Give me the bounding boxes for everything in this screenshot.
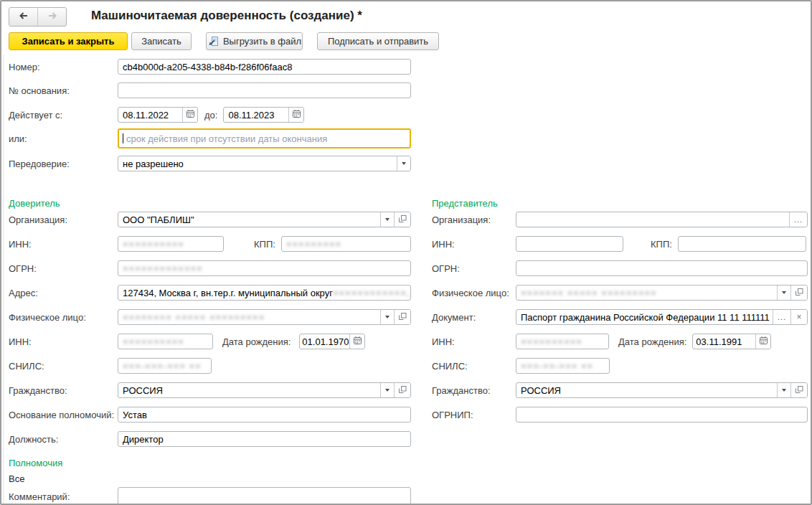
representative-document-label: Документ: bbox=[432, 312, 516, 323]
valid-to-label: до: bbox=[204, 110, 217, 121]
comment-label: Комментарий: bbox=[9, 491, 118, 502]
representative-organization-label: Организация: bbox=[432, 214, 516, 225]
principal-person-label: Физическое лицо: bbox=[9, 312, 118, 323]
principal-inn-label: ИНН: bbox=[9, 239, 118, 250]
principal-person-dropdown-button[interactable] bbox=[380, 310, 394, 324]
redelegation-select[interactable]: не разрешено bbox=[118, 156, 411, 171]
principal-citizenship-open-button[interactable] bbox=[394, 383, 410, 397]
principal-organization-dropdown-button[interactable] bbox=[380, 212, 394, 227]
chevron-down-icon bbox=[782, 389, 786, 392]
principal-citizenship-dropdown-button[interactable] bbox=[380, 383, 394, 397]
representative-person-open-button[interactable] bbox=[790, 285, 807, 300]
or-label: или: bbox=[9, 133, 118, 144]
representative-ogrnip-input[interactable] bbox=[516, 407, 808, 423]
representative-citizenship-open-button[interactable] bbox=[790, 383, 807, 397]
calendar-icon bbox=[186, 109, 195, 121]
comment-input[interactable] bbox=[118, 487, 411, 505]
principal-ogrn-input[interactable]: ××××××××××××× bbox=[118, 260, 411, 276]
principal-person-open-button[interactable] bbox=[394, 310, 410, 324]
representative-ogrn-input[interactable] bbox=[516, 260, 808, 276]
save-and-close-button[interactable]: Записать и закрыть bbox=[9, 32, 128, 50]
representative-birth-date-calendar-button[interactable] bbox=[755, 334, 770, 349]
back-button[interactable] bbox=[9, 8, 37, 26]
calendar-icon bbox=[353, 336, 362, 347]
valid-from-label: Действует с: bbox=[9, 110, 118, 121]
open-item-icon bbox=[795, 385, 803, 396]
arrow-left-icon bbox=[18, 10, 29, 24]
representative-section-title: Представитель bbox=[432, 198, 498, 209]
mchd-form-window: Машиночитаемая доверенность (создание) *… bbox=[0, 0, 812, 505]
export-to-file-label: Выгрузить в файл bbox=[223, 36, 301, 47]
page-title: Машиночитаемая доверенность (создание) * bbox=[91, 9, 362, 23]
representative-person-dropdown-button[interactable] bbox=[777, 285, 790, 300]
representative-ogrnip-label: ОГРНИП: bbox=[432, 410, 516, 420]
representative-snils-input[interactable]: ×××-××-××× ×× bbox=[516, 358, 610, 374]
principal-kpp-label: КПП: bbox=[254, 239, 275, 250]
sign-and-send-button[interactable]: Подписать и отправить bbox=[317, 32, 439, 50]
principal-organization-combobox[interactable]: ООО "ПАБЛИШ" bbox=[118, 212, 411, 227]
principal-person-combobox[interactable]: ×××××××× ××××× ××××××××× bbox=[118, 309, 411, 325]
principal-address-input[interactable]: 127434, Москва г, вн.тер.г. муниципальны… bbox=[118, 285, 411, 301]
principal-position-label: Должность: bbox=[9, 434, 118, 445]
principal-inn-input[interactable]: ×××××××××× bbox=[118, 236, 224, 252]
representative-person-combobox[interactable]: ××××××× ××××× ××××××××× bbox=[516, 285, 808, 301]
calendar-icon bbox=[759, 336, 768, 347]
principal-position-input[interactable]: Директор bbox=[118, 431, 411, 447]
open-item-icon bbox=[795, 288, 803, 298]
principal-birth-date-label: Дата рождения: bbox=[222, 336, 291, 347]
open-item-icon bbox=[398, 312, 407, 323]
chevron-down-icon bbox=[385, 218, 390, 221]
principal-person-inn-label: ИНН: bbox=[9, 336, 118, 347]
representative-citizenship-combobox[interactable]: РОССИЯ bbox=[516, 382, 808, 398]
principal-authority-basis-label: Основание полномочий: bbox=[9, 410, 118, 420]
representative-organization-input[interactable]: ... bbox=[516, 212, 808, 227]
representative-document-choose-button[interactable]: ... bbox=[773, 310, 790, 324]
chevron-down-icon bbox=[385, 316, 390, 318]
principal-citizenship-combobox[interactable]: РОССИЯ bbox=[118, 382, 411, 398]
principal-ogrn-label: ОГРН: bbox=[9, 263, 118, 274]
chevron-down-icon bbox=[402, 162, 406, 165]
number-input[interactable]: cb4b000d-a205-4338-b84b-f286f06faac8 bbox=[118, 59, 411, 75]
representative-person-inn-input[interactable]: ×××××××××× bbox=[516, 334, 609, 349]
representative-ogrn-label: ОГРН: bbox=[432, 263, 516, 274]
representative-organization-choose-button[interactable]: ... bbox=[789, 212, 807, 227]
save-button[interactable]: Записать bbox=[131, 32, 192, 50]
principal-authority-basis-input[interactable]: Устав bbox=[118, 407, 411, 423]
representative-person-inn-label: ИНН: bbox=[432, 336, 516, 347]
principal-snils-input[interactable]: ×××-×××-××× ×× bbox=[118, 358, 212, 374]
basis-number-input[interactable] bbox=[118, 82, 411, 98]
representative-inn-label: ИНН: bbox=[432, 239, 516, 250]
valid-to-input[interactable]: 08.11.2023 bbox=[223, 107, 304, 123]
representative-citizenship-label: Гражданство: bbox=[432, 385, 516, 396]
forward-button[interactable] bbox=[37, 8, 66, 26]
valid-to-calendar-button[interactable] bbox=[288, 108, 303, 122]
export-to-file-button[interactable]: Выгрузить в файл bbox=[206, 32, 303, 50]
valid-from-input[interactable]: 08.11.2022 bbox=[118, 107, 198, 123]
principal-birth-date-input[interactable]: 01.01.1970 bbox=[299, 334, 365, 349]
validity-term-input[interactable]: срок действия при отсутствии даты оконча… bbox=[118, 128, 411, 148]
representative-inn-input[interactable] bbox=[516, 236, 623, 252]
powers-value: Все bbox=[9, 473, 24, 484]
representative-kpp-label: КПП: bbox=[651, 239, 672, 250]
basis-number-label: № основания: bbox=[9, 85, 118, 96]
powers-section-title: Полномочия bbox=[9, 458, 62, 468]
export-file-icon bbox=[207, 36, 219, 47]
principal-snils-label: СНИЛС: bbox=[9, 361, 118, 372]
arrow-right-icon bbox=[47, 10, 58, 24]
representative-snils-label: СНИЛС: bbox=[432, 361, 516, 372]
number-label: Номер: bbox=[9, 62, 118, 72]
representative-birth-date-input[interactable]: 03.11.1991 bbox=[692, 334, 771, 349]
calendar-icon bbox=[292, 109, 301, 121]
left-edge-divider bbox=[3, 55, 4, 504]
open-item-icon bbox=[398, 385, 407, 396]
representative-document-input[interactable]: Паспорт гражданина Российской Федерации … bbox=[516, 309, 808, 325]
representative-kpp-input[interactable] bbox=[678, 236, 806, 252]
valid-from-calendar-button[interactable] bbox=[182, 108, 197, 122]
representative-citizenship-dropdown-button[interactable] bbox=[777, 383, 790, 397]
principal-person-inn-input[interactable]: ×××××××××× bbox=[118, 334, 213, 349]
principal-kpp-input[interactable]: ××××××××× bbox=[281, 236, 411, 252]
redelegation-dropdown-button[interactable] bbox=[397, 156, 410, 171]
representative-document-clear-button[interactable]: × bbox=[790, 310, 807, 324]
principal-organization-open-button[interactable] bbox=[394, 212, 410, 227]
principal-birth-date-calendar-button[interactable] bbox=[349, 334, 364, 349]
